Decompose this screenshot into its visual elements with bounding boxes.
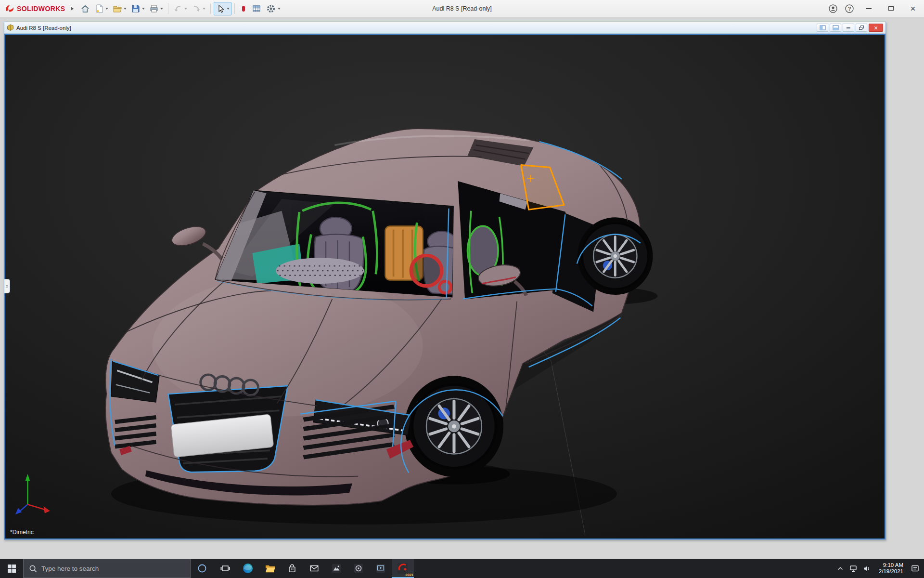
rear-wheel[interactable] <box>582 223 648 289</box>
task-view-button[interactable] <box>214 559 237 578</box>
help-button[interactable]: ? <box>841 0 858 17</box>
document-titlebar[interactable]: Audi R8 S [Read-only] <box>4 22 886 34</box>
close-icon: × <box>874 25 878 31</box>
chevron-up-icon <box>837 565 844 571</box>
file-explorer-icon <box>265 563 276 574</box>
app-close-button[interactable]: × <box>902 0 924 17</box>
graphics-area: *Dimetric <box>4 34 886 539</box>
undo-icon <box>173 4 183 13</box>
search-icon <box>29 565 37 573</box>
clock-date: 2/19/2021 <box>879 568 903 575</box>
store-icon <box>287 563 297 574</box>
svg-text:?: ? <box>848 6 851 12</box>
app-window-title: Audi R8 S [Read-only] <box>432 5 492 12</box>
document-window: Audi R8 S [Read-only] <box>4 22 886 540</box>
brand-name: SOLIDWORKS <box>17 5 65 13</box>
cortana-button[interactable] <box>191 559 214 578</box>
taskbar-clock[interactable]: 9:10 AM 2/19/2021 <box>874 562 908 575</box>
clock-time: 9:10 AM <box>879 562 903 568</box>
save-button[interactable] <box>129 2 147 15</box>
taskbar-app-store[interactable] <box>281 559 303 578</box>
open-folder-icon <box>113 4 122 13</box>
volume-icon <box>863 565 871 573</box>
windows-taskbar: 2021 9:10 AM <box>0 559 924 578</box>
print-button[interactable] <box>147 2 165 15</box>
redo-button[interactable] <box>190 2 207 15</box>
red-tool-icon <box>240 4 247 13</box>
action-center-button[interactable] <box>908 559 922 578</box>
solidworks-year-badge: 2021 <box>405 573 413 577</box>
app-minimize-button[interactable] <box>858 0 880 17</box>
gear-icon <box>266 3 276 14</box>
task-view-icon <box>220 564 230 573</box>
grid-tool-icon <box>252 4 261 13</box>
doc-minimize-button[interactable] <box>843 24 854 32</box>
viewport-layout-button-1[interactable] <box>817 24 828 32</box>
taskbar-app-file-explorer[interactable] <box>259 559 281 578</box>
new-document-button[interactable] <box>92 2 110 15</box>
split-window-icon <box>833 25 839 30</box>
taskbar-app-mail[interactable] <box>303 559 325 578</box>
doc-restore-button[interactable] <box>856 24 867 32</box>
tray-chevron-button[interactable] <box>834 559 847 578</box>
edge-icon <box>242 563 254 574</box>
home-icon <box>80 4 90 13</box>
document-title: Audi R8 S [Read-only] <box>16 25 71 31</box>
person-icon <box>828 4 838 13</box>
search-input[interactable] <box>41 565 185 572</box>
3d-viewport-scene[interactable] <box>5 35 885 539</box>
print-icon <box>149 4 159 13</box>
new-document-icon <box>94 4 104 13</box>
red-tool-button[interactable] <box>238 2 249 15</box>
taskbar-app-movies-tv[interactable] <box>370 559 392 578</box>
select-tool-button[interactable] <box>214 2 231 15</box>
select-cursor-icon <box>216 4 225 13</box>
mail-icon <box>309 563 320 574</box>
options-button[interactable] <box>264 2 282 15</box>
start-button[interactable] <box>0 559 23 578</box>
taskbar-search[interactable] <box>23 559 191 578</box>
ds-logo-icon <box>5 4 14 13</box>
taskbar-app-solidworks[interactable]: 2021 <box>392 559 414 578</box>
taskbar-app-edge[interactable] <box>237 559 259 578</box>
workspace: Audi R8 S [Read-only] <box>0 17 924 559</box>
featuremanager-flyout-tab[interactable] <box>4 279 10 293</box>
tray-volume-button[interactable] <box>860 559 874 578</box>
movies-tv-icon <box>375 563 386 574</box>
view-orientation-label: *Dimetric <box>10 529 34 536</box>
solidworks-brand: SOLIDWORKS <box>0 4 69 13</box>
account-button[interactable] <box>825 0 841 17</box>
screen: SOLIDWORKS <box>0 0 924 578</box>
solidworks-titlebar: SOLIDWORKS <box>0 0 924 17</box>
part-document-icon <box>7 24 14 31</box>
system-tray: 9:10 AM 2/19/2021 <box>834 559 924 578</box>
help-icon: ? <box>845 4 854 13</box>
viewport-layout-button-2[interactable] <box>830 24 841 32</box>
doc-close-button[interactable]: × <box>869 24 883 32</box>
home-button[interactable] <box>78 2 92 15</box>
taskbar-app-media[interactable] <box>347 559 370 578</box>
close-icon: × <box>911 4 916 13</box>
tile-window-icon <box>820 25 826 30</box>
redo-icon <box>192 4 201 13</box>
restore-icon <box>859 26 864 30</box>
menu-flyout-arrow-icon[interactable] <box>71 7 74 11</box>
network-icon <box>849 565 858 573</box>
tray-network-button[interactable] <box>847 559 860 578</box>
cortana-icon <box>197 564 207 573</box>
photos-icon <box>331 563 342 574</box>
quick-access-toolbar <box>78 2 282 15</box>
app-maximize-button[interactable] <box>880 0 902 17</box>
save-icon <box>131 4 141 13</box>
open-button[interactable] <box>111 2 128 15</box>
undo-button[interactable] <box>171 2 189 15</box>
windows-logo-icon <box>8 565 16 573</box>
media-player-icon <box>353 563 364 574</box>
taskbar-app-photos[interactable] <box>325 559 347 578</box>
action-center-icon <box>911 565 919 573</box>
grid-tool-button[interactable] <box>250 2 263 15</box>
